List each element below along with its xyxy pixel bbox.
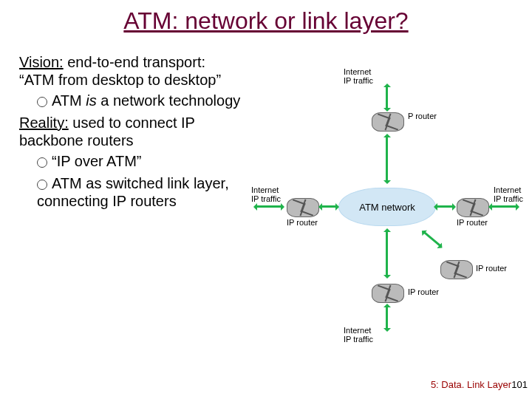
router-icon [440, 260, 473, 279]
label-p-router-top: P router [408, 112, 437, 121]
bullet-icon [37, 180, 47, 190]
label-ip-router-br: IP router [476, 265, 507, 273]
label-internet-ip-right: Internet IP traffic [494, 186, 523, 203]
reality-sub1-text: “IP over ATM” [52, 153, 142, 169]
bullet-icon [37, 157, 47, 168]
arrow-icon [386, 306, 388, 330]
reality-lead: Reality: [19, 115, 69, 131]
vision-line: Vision: end-to-end transport: “ATM from … [19, 53, 241, 89]
arrow-icon [386, 86, 388, 109]
reality-line: Reality: used to connect IP backbone rou… [19, 114, 241, 149]
vision-sub-a: ATM [52, 92, 86, 109]
bullet-icon [37, 97, 47, 107]
label-ip-router-left: IP router [287, 219, 318, 228]
label-internet-ip-bottom: Internet IP traffic [344, 327, 373, 344]
reality-sub2: ATM as switched link layer, connecting I… [37, 174, 241, 210]
footer-text: 5: Data. Link Layer [431, 379, 511, 390]
vision-sub-rest: a network technology [97, 92, 241, 109]
vision-lead: Vision: [19, 54, 64, 70]
reality-sub2-text: ATM as switched link layer, connecting I… [37, 175, 229, 209]
arrow-icon [321, 205, 337, 208]
label-ip-router-bottom: IP router [408, 288, 439, 297]
reality-sub1: “IP over ATM” [37, 152, 241, 170]
arrow-icon [423, 231, 442, 248]
arrow-icon [436, 205, 454, 208]
label-internet-ip-left: Internet IP traffic [251, 186, 281, 203]
label-ip-router-right: IP router [457, 219, 488, 228]
body-text: Vision: end-to-end transport: “ATM from … [19, 53, 241, 214]
vision-sub: ATM is a network technology [37, 92, 241, 109]
arrow-icon [256, 205, 282, 208]
arrow-icon [491, 205, 517, 208]
atm-network-cloud: ATM network [338, 188, 436, 226]
slide-title: ATM: network or link layer? [30, 7, 502, 35]
page-number: 101 [511, 379, 528, 390]
vision-sub-italic: is [86, 92, 96, 109]
arrow-icon [386, 231, 388, 276]
arrow-icon [386, 136, 388, 182]
label-internet-ip-top: Internet IP traffic [344, 68, 373, 85]
figure: ATM network P router Internet IP traffic… [251, 62, 525, 335]
slide: ATM: network or link layer? Vision: end-… [0, 0, 532, 399]
